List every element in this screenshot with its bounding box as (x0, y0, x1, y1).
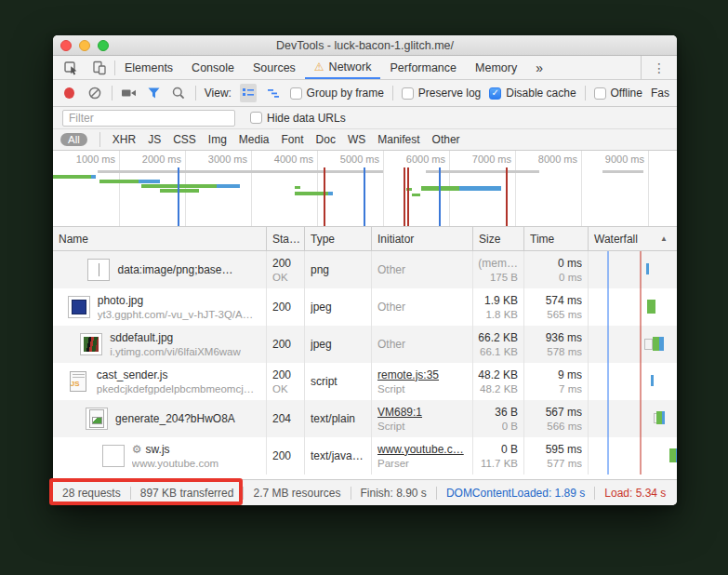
column-header-size[interactable]: Size (472, 227, 523, 250)
checkbox-checked[interactable]: ✓ (489, 87, 501, 100)
devtools-tabbar: Elements Console Sources ⚠ Network Perfo… (53, 56, 677, 80)
waterfall-request-bar (669, 448, 676, 462)
tab-elements[interactable]: Elements (115, 56, 182, 79)
view-waterfall-icon[interactable] (265, 84, 282, 102)
tab-sources[interactable]: Sources (244, 56, 305, 79)
timeline-tick-label: 7000 ms (450, 154, 511, 165)
timeline-tick-label: 1000 ms (54, 154, 115, 165)
more-tabs-icon[interactable]: » (526, 56, 552, 79)
initiator-link[interactable]: www.youtube.c… (377, 442, 467, 457)
overview-request-bar (217, 184, 240, 188)
waterfall-cell[interactable] (588, 400, 677, 437)
record-button[interactable] (64, 87, 74, 99)
filter-pill-media[interactable]: Media (239, 133, 270, 146)
throttling-dropdown[interactable]: Fas (651, 87, 669, 100)
search-icon[interactable] (170, 84, 187, 102)
disable-cache-checkbox[interactable]: ✓ Disable cache (489, 87, 576, 100)
filter-pill-other[interactable]: Other (432, 133, 460, 146)
waterfall-cell[interactable] (588, 363, 677, 400)
table-row[interactable]: JS cast_sender.jspkedcjkdefgpdelpbcmbmeo… (53, 363, 677, 400)
view-list-icon[interactable] (240, 84, 257, 102)
checkbox-unchecked[interactable] (594, 87, 606, 100)
column-header-initiator[interactable]: Initiator (371, 227, 472, 250)
device-toolbar-icon[interactable] (90, 59, 109, 77)
initiator-link[interactable]: VM689:1 (377, 405, 467, 420)
checkbox-unchecked[interactable] (290, 87, 302, 100)
column-header-status[interactable]: Sta… (266, 227, 304, 250)
waterfall-cell[interactable] (588, 288, 677, 326)
resource-type-filters: All XHR JS CSS Img Media Font Doc WS Man… (53, 129, 677, 151)
latency: 566 ms (547, 420, 582, 434)
latency: 578 ms (547, 345, 582, 359)
filter-pill-xhr[interactable]: XHR (113, 133, 136, 146)
view-label: View: (205, 87, 232, 100)
tab-memory[interactable]: Memory (466, 56, 526, 79)
timeline-tick-label: 5000 ms (318, 154, 379, 165)
column-header-time[interactable]: Time (523, 227, 588, 250)
tab-network[interactable]: ⚠ Network (305, 56, 381, 79)
load-time: Load: 5.34 s (595, 487, 675, 500)
offline-checkbox[interactable]: Offline (594, 87, 642, 100)
devtools-menu-icon[interactable]: ⋮ (641, 56, 677, 79)
filter-pill-js[interactable]: JS (148, 133, 161, 146)
initiator-link[interactable]: remote.js:35 (377, 368, 467, 382)
overview-request-bar (328, 192, 333, 195)
table-row[interactable]: ⚙sw.js www.youtube.com 200 text/java… ww… (53, 437, 677, 475)
network-overview-timeline[interactable]: 1000 ms2000 ms3000 ms4000 ms5000 ms6000 … (53, 151, 677, 227)
size-content: 175 B (490, 271, 518, 285)
status-code: 200 (272, 337, 298, 352)
checkbox-unchecked[interactable] (402, 87, 414, 100)
file-icon-image-placeholder (87, 259, 110, 281)
column-header-type[interactable]: Type (304, 227, 371, 250)
initiator: Other (377, 262, 467, 277)
overview-request-bar (99, 180, 139, 183)
tab-console[interactable]: Console (182, 56, 244, 79)
timeline-tick-label: 6000 ms (384, 154, 445, 165)
waterfall-cell[interactable] (588, 437, 677, 475)
filter-funnel-icon[interactable] (145, 84, 162, 102)
hide-data-urls-checkbox[interactable]: Hide data URLs (250, 112, 346, 125)
initiator-kind: Script (377, 382, 467, 396)
waterfall-cell[interactable] (588, 251, 677, 288)
dcl-event-line (439, 167, 441, 226)
size-content: 11.7 KB (481, 457, 518, 471)
table-row[interactable]: data:image/png;base… 200OK png Other (me… (53, 251, 677, 288)
file-icon-script: JS (67, 370, 89, 393)
filter-input[interactable] (62, 110, 235, 127)
table-row[interactable]: photo.jpgyt3.ggpht.com/-vu_v-hJT-3Q/A… 2… (53, 288, 677, 326)
request-type: text/plain (311, 411, 365, 426)
filmstrip-camera-icon[interactable] (120, 84, 137, 102)
filter-pill-doc[interactable]: Doc (316, 133, 336, 146)
filter-pill-ws[interactable]: WS (348, 133, 365, 146)
filter-pill-all[interactable]: All (60, 133, 87, 146)
warning-icon: ⚠ (314, 60, 324, 74)
preserve-log-checkbox[interactable]: Preserve log (402, 87, 481, 100)
inspect-element-icon[interactable] (62, 59, 81, 77)
waterfall-cell[interactable] (588, 326, 677, 363)
column-header-waterfall[interactable]: Waterfall ▲ (588, 227, 677, 250)
size-content: 66.1 KB (480, 345, 518, 359)
table-row[interactable]: sddefault.jpgi.ytimg.com/vi/6lfaiXM6waw … (53, 326, 677, 363)
table-row[interactable]: generate_204?bHwO8A 204 text/plain VM689… (53, 400, 677, 437)
checkbox-unchecked[interactable] (250, 112, 262, 124)
request-name: sddefault.jpg (110, 330, 241, 345)
filter-pill-img[interactable]: Img (208, 133, 227, 146)
group-by-frame-checkbox[interactable]: Group by frame (290, 87, 384, 100)
tab-performance[interactable]: Performance (380, 56, 466, 79)
time: 567 ms (546, 405, 582, 420)
filter-row: Hide data URLs (53, 107, 677, 129)
file-icon-image-thumbnail (68, 296, 90, 318)
request-name: photo.jpg (98, 293, 253, 308)
filter-pill-manifest[interactable]: Manifest (377, 133, 419, 146)
divider (392, 86, 393, 100)
timeline-tick-label: 4000 ms (252, 154, 313, 165)
filter-pill-css[interactable]: CSS (173, 133, 196, 146)
request-type: jpeg (311, 300, 365, 314)
column-header-name[interactable]: Name (53, 227, 266, 250)
sort-ascending-icon: ▲ (660, 234, 671, 243)
filter-pill-font[interactable]: Font (282, 133, 304, 146)
time: 0 ms (558, 256, 582, 271)
timeline-tick-label: 3000 ms (186, 154, 247, 165)
clear-icon[interactable] (86, 84, 103, 102)
network-status-bar: 28 requests 897 KB transferred 2.7 MB re… (53, 479, 677, 505)
